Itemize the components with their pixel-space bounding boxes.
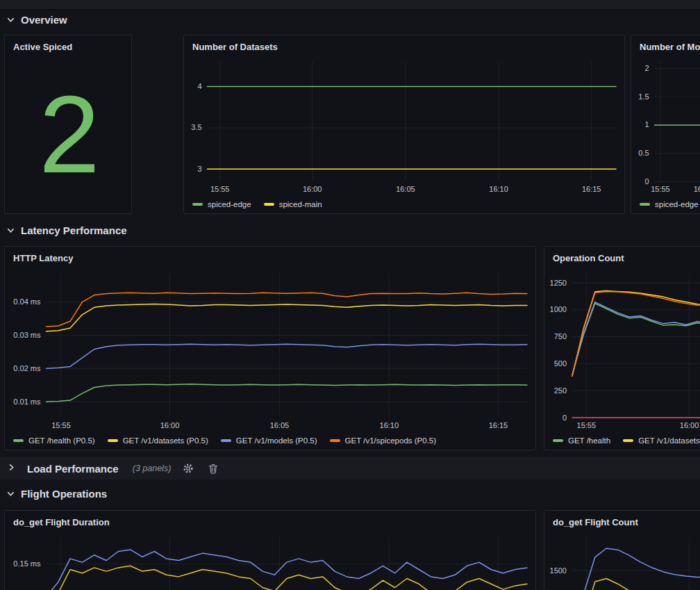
svg-text:16:05: 16:05 [396, 185, 415, 193]
row-header-flight-operations[interactable]: Flight Operations [6, 484, 107, 502]
panel-active-spiced: Active Spiced 2 [4, 35, 132, 214]
legend-item[interactable]: GET /health (P0.5) [13, 436, 95, 445]
chevron-down-icon [6, 489, 15, 498]
svg-text:0.01 ms: 0.01 ms [13, 398, 41, 406]
chart-legend: GET /health (P0.5)GET /v1/datasets (P0.5… [5, 432, 535, 450]
operation-count-chart[interactable]: 15:5516:00025050075010001250GET /healthG… [544, 266, 700, 450]
chart-canvas[interactable]: 15:5516:0016:0516:1016:150.01 ms0.02 ms0… [5, 266, 535, 432]
svg-text:250: 250 [554, 386, 567, 395]
chart-canvas[interactable]: 15:5516:0000.511.52 [631, 55, 700, 195]
svg-text:1000: 1000 [550, 305, 567, 313]
svg-text:0: 0 [644, 177, 649, 186]
svg-text:0.15 ms: 0.15 ms [13, 559, 41, 568]
number-of-models-chart[interactable]: 15:5516:0000.511.52spiced-edge [631, 55, 700, 213]
legend-label: spiced-main [279, 200, 322, 208]
legend-swatch [108, 439, 118, 442]
svg-text:1250: 1250 [550, 279, 567, 287]
panel-do-get-flight-count: do_get Flight Count 15:5516:001500 [544, 510, 700, 590]
dashboard: Overview Active Spiced 2 Number of Datas… [0, 0, 700, 590]
legend-item[interactable]: GET /v1/models (P0.5) [221, 436, 317, 445]
legend-swatch [623, 439, 633, 442]
svg-text:0.5: 0.5 [638, 149, 649, 157]
svg-text:1500: 1500 [550, 566, 567, 575]
stat-value: 2 [39, 79, 97, 189]
legend-label: GET /health (P0.5) [28, 436, 95, 445]
row-title: Load Performance [27, 463, 119, 475]
legend-item[interactable]: GET /v1/datasets (P0.5) [108, 436, 208, 445]
chart-canvas[interactable]: 15:5516:0016:0516:1016:150.15 ms [5, 530, 535, 590]
svg-text:0.03 ms: 0.03 ms [13, 331, 41, 339]
panel-title[interactable]: Number of Models [631, 35, 700, 55]
svg-text:15:55: 15:55 [51, 421, 71, 429]
panel-title[interactable]: do_get Flight Duration [5, 511, 535, 530]
legend-swatch [13, 439, 24, 442]
svg-text:16:00: 16:00 [303, 185, 322, 193]
legend-swatch [221, 439, 231, 442]
legend-swatch [640, 203, 650, 206]
svg-text:2: 2 [644, 64, 649, 72]
svg-text:15:55: 15:55 [651, 185, 670, 193]
do-get-flight-count-chart[interactable]: 15:5516:001500 [544, 530, 700, 590]
chart-canvas[interactable]: 15:5516:001500 [544, 530, 700, 590]
legend-label: GET /v1/datasets [638, 436, 700, 445]
chart-canvas[interactable]: 15:5516:00025050075010001250 [544, 266, 700, 432]
chevron-down-icon [6, 226, 15, 235]
svg-text:16:15: 16:15 [582, 185, 601, 193]
row-header-overview[interactable]: Overview [6, 10, 67, 28]
legend-item[interactable]: GET /v1/datasets [623, 436, 700, 445]
svg-text:0.02 ms: 0.02 ms [13, 364, 41, 372]
svg-text:15:55: 15:55 [210, 185, 230, 193]
number-of-datasets-chart[interactable]: 15:5516:0016:0516:1016:1533.54spiced-edg… [184, 55, 624, 213]
row-title: Latency Performance [21, 224, 127, 236]
panel-operation-count: Operation Count 15:5516:0002505007501000… [544, 246, 700, 450]
legend-label: GET /v1/spicepods (P0.5) [345, 436, 436, 445]
legend-label: GET /v1/models (P0.5) [236, 436, 317, 445]
legend-item[interactable]: spiced-edge [640, 200, 699, 208]
row-delete-button[interactable] [206, 461, 221, 476]
legend-item[interactable]: spiced-main [264, 200, 322, 208]
legend-swatch [192, 203, 203, 206]
svg-text:3: 3 [197, 165, 201, 173]
legend-label: GET /v1/datasets (P0.5) [123, 436, 208, 445]
legend-item[interactable]: GET /v1/spicepods (P0.5) [330, 436, 436, 445]
svg-text:3.5: 3.5 [191, 123, 201, 131]
svg-text:0.04 ms: 0.04 ms [13, 297, 41, 306]
svg-text:16:00: 16:00 [160, 421, 180, 429]
chevron-right-icon [7, 462, 16, 475]
panel-title[interactable]: HTTP Latency [5, 247, 535, 266]
legend-label: spiced-edge [208, 200, 251, 208]
svg-text:500: 500 [554, 359, 567, 368]
svg-text:0: 0 [562, 413, 567, 422]
legend-item[interactable]: GET /health [553, 436, 610, 445]
svg-text:16:10: 16:10 [380, 421, 399, 429]
legend-label: GET /health [568, 436, 610, 445]
svg-text:16:10: 16:10 [489, 185, 508, 193]
chevron-down-icon [6, 15, 15, 24]
panel-http-latency: HTTP Latency 15:5516:0016:0516:1016:150.… [4, 246, 536, 450]
do-get-flight-duration-chart[interactable]: 15:5516:0016:0516:1016:150.15 ms [5, 530, 535, 590]
panel-do-get-flight-duration: do_get Flight Duration 15:5516:0016:0516… [4, 510, 536, 590]
panel-title[interactable]: Active Spiced [5, 35, 131, 55]
panel-number-of-datasets: Number of Datasets 15:5516:0016:0516:101… [183, 35, 625, 214]
legend-label: spiced-edge [655, 200, 699, 208]
row-settings-button[interactable] [181, 461, 196, 476]
legend-swatch [264, 203, 274, 206]
panel-title[interactable]: Number of Datasets [184, 35, 624, 55]
legend-item[interactable]: spiced-edge [192, 200, 251, 208]
row-header-load-performance[interactable]: Load Performance (3 panels) [0, 457, 700, 480]
svg-text:16:00: 16:00 [680, 421, 699, 429]
chart-legend: GET /healthGET /v1/datasets [544, 432, 700, 450]
http-latency-chart[interactable]: 15:5516:0016:0516:1016:150.01 ms0.02 ms0… [5, 266, 535, 450]
chart-canvas[interactable]: 15:5516:0016:0516:1016:1533.54 [184, 55, 624, 195]
panel-title[interactable]: do_get Flight Count [544, 511, 700, 530]
row-title: Flight Operations [21, 488, 107, 500]
legend-swatch [330, 439, 340, 442]
legend-swatch [553, 439, 563, 442]
panel-title[interactable]: Operation Count [544, 247, 700, 266]
row-header-latency-performance[interactable]: Latency Performance [6, 221, 127, 239]
svg-text:1: 1 [644, 120, 649, 129]
svg-text:15:55: 15:55 [577, 421, 597, 429]
svg-text:16:05: 16:05 [270, 421, 290, 429]
svg-text:4: 4 [197, 82, 201, 90]
chart-legend: spiced-edge [631, 195, 700, 213]
